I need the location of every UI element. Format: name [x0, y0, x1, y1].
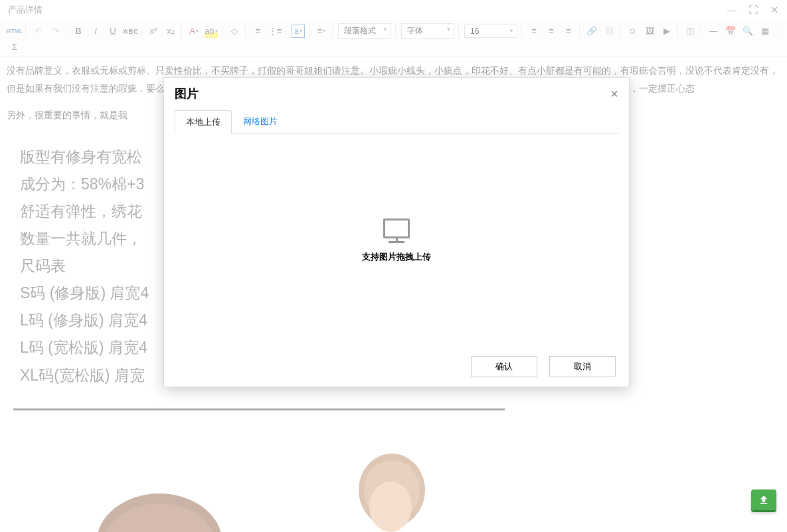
upload-icon — [758, 494, 770, 506]
confirm-button[interactable]: 确认 — [471, 356, 537, 377]
image-upload-modal: 图片 × 本地上传 网络图片 支持图片拖拽上传 确认 取消 — [163, 77, 630, 387]
tab-local-upload[interactable]: 本地上传 — [175, 110, 232, 134]
monitor-icon — [383, 219, 410, 238]
close-icon[interactable]: × — [610, 86, 618, 102]
cancel-button[interactable]: 取消 — [549, 356, 616, 377]
modal-title: 图片 — [175, 86, 199, 102]
drop-zone[interactable]: 支持图片拖拽上传 — [164, 134, 629, 347]
drop-text: 支持图片拖拽上传 — [362, 251, 431, 263]
tab-network-image[interactable]: 网络图片 — [232, 110, 289, 133]
upload-fab[interactable] — [751, 489, 776, 512]
